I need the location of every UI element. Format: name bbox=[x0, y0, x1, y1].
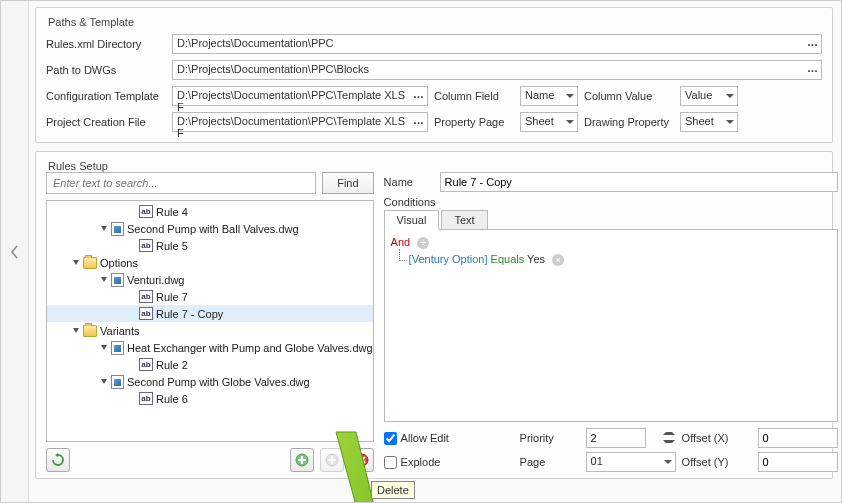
paths-template-fieldset: Paths & Template Rules.xml Directory D:\… bbox=[35, 7, 833, 143]
tree-item-label: Rule 4 bbox=[156, 206, 188, 218]
allow-edit-checkbox[interactable]: Allow Edit bbox=[384, 432, 514, 445]
spin-down-icon[interactable] bbox=[663, 440, 675, 443]
tab-text[interactable]: Text bbox=[441, 210, 487, 229]
search-input[interactable] bbox=[46, 172, 316, 194]
caret-down-icon bbox=[726, 120, 734, 124]
expander-icon[interactable] bbox=[69, 325, 81, 337]
plus-icon bbox=[295, 453, 309, 467]
dwg-file-icon bbox=[111, 273, 124, 287]
tree-item-label: Rule 2 bbox=[156, 359, 188, 371]
column-field-label: Column Field bbox=[434, 90, 514, 102]
dwg-file-icon bbox=[111, 341, 124, 355]
tree-item-label: Rule 5 bbox=[156, 240, 188, 252]
refresh-button[interactable] bbox=[46, 448, 70, 472]
expander-icon[interactable] bbox=[69, 257, 81, 269]
expander-icon[interactable] bbox=[97, 342, 109, 354]
offset-y-label: Offset (Y) bbox=[682, 456, 752, 468]
conditions-label: Conditions bbox=[384, 196, 838, 208]
column-value-combo[interactable]: Value bbox=[680, 86, 738, 106]
spin-up-icon[interactable] bbox=[663, 432, 675, 435]
rule-icon: ab bbox=[139, 392, 153, 405]
column-field-combo[interactable]: Name bbox=[520, 86, 578, 106]
delete-tooltip: Delete bbox=[371, 481, 415, 499]
copy-button[interactable] bbox=[320, 448, 344, 472]
offset-x-input[interactable] bbox=[758, 428, 838, 448]
column-value-label: Column Value bbox=[584, 90, 674, 102]
folder-icon bbox=[83, 325, 97, 337]
config-tpl-label: Configuration Template bbox=[46, 90, 166, 102]
drawing-property-label: Drawing Property bbox=[584, 116, 674, 128]
config-tpl-input[interactable]: D:\Projects\Documentation\PPC\Template X… bbox=[172, 86, 428, 106]
tree-item-label: Venturi.dwg bbox=[127, 274, 184, 286]
remove-condition-icon[interactable]: × bbox=[552, 254, 564, 266]
dwg-path-input[interactable]: D:\Projects\Documentation\PPC\Blocks bbox=[172, 60, 822, 80]
conditions-box: And + [Ventury Option] Equals Yes × bbox=[384, 230, 838, 422]
find-button[interactable]: Find bbox=[322, 172, 373, 194]
drawing-property-combo[interactable]: Sheet bbox=[680, 112, 738, 132]
tree-item[interactable]: Second Pump with Globe Valves.dwg bbox=[47, 373, 373, 390]
condition-field[interactable]: [Ventury Option] bbox=[409, 253, 488, 265]
rule-icon: ab bbox=[139, 205, 153, 218]
tree-item-label: Variants bbox=[100, 325, 140, 337]
rule-icon: ab bbox=[139, 290, 153, 303]
condition-and[interactable]: And bbox=[391, 236, 411, 248]
tree-item[interactable]: abRule 6 bbox=[47, 390, 373, 407]
priority-input[interactable] bbox=[586, 428, 646, 448]
tree-item-label: Second Pump with Globe Valves.dwg bbox=[127, 376, 310, 388]
explode-checkbox[interactable]: Explode bbox=[384, 456, 514, 469]
dwg-path-browse-icon[interactable]: … bbox=[807, 62, 818, 74]
refresh-icon bbox=[51, 453, 65, 467]
rule-name-input[interactable] bbox=[440, 172, 838, 192]
add-button[interactable] bbox=[290, 448, 314, 472]
tree-item[interactable]: Heat Exchanger with Pump and Globe Valve… bbox=[47, 339, 373, 356]
condition-operator[interactable]: Equals bbox=[491, 253, 525, 265]
paths-template-title: Paths & Template bbox=[44, 16, 138, 28]
config-tpl-browse-icon[interactable]: … bbox=[413, 88, 424, 100]
dwg-file-icon bbox=[111, 222, 124, 236]
add-condition-icon[interactable]: + bbox=[417, 237, 429, 249]
tree-item[interactable]: abRule 7 bbox=[47, 288, 373, 305]
plus-grey-icon bbox=[325, 453, 339, 467]
rule-icon: ab bbox=[139, 307, 153, 320]
tree-item[interactable]: abRule 4 bbox=[47, 203, 373, 220]
tree-item[interactable]: abRule 5 bbox=[47, 237, 373, 254]
tree-item[interactable]: Venturi.dwg bbox=[47, 271, 373, 288]
delete-button[interactable] bbox=[350, 448, 374, 472]
tree-item[interactable]: abRule 7 - Copy bbox=[47, 305, 373, 322]
tree-item[interactable]: abRule 2 bbox=[47, 356, 373, 373]
offset-x-label: Offset (X) bbox=[682, 432, 752, 444]
dwg-path-label: Path to DWGs bbox=[46, 64, 166, 76]
tree-item-label: Rule 6 bbox=[156, 393, 188, 405]
tree-item-label: Second Pump with Ball Valves.dwg bbox=[127, 223, 299, 235]
proj-file-input[interactable]: D:\Projects\Documentation\PPC\Template X… bbox=[172, 112, 428, 132]
property-page-combo[interactable]: Sheet bbox=[520, 112, 578, 132]
tree-item[interactable]: Variants bbox=[47, 322, 373, 339]
caret-down-icon bbox=[664, 460, 672, 464]
tab-visual[interactable]: Visual bbox=[384, 210, 440, 230]
tree-item-label: Rule 7 - Copy bbox=[156, 308, 223, 320]
rules-dir-input[interactable]: D:\Projects\Documentation\PPC bbox=[172, 34, 822, 54]
delete-icon bbox=[355, 453, 369, 467]
left-collapse-strip[interactable] bbox=[1, 1, 29, 502]
condition-value[interactable]: Yes bbox=[527, 253, 545, 265]
rules-tree[interactable]: abRule 4Second Pump with Ball Valves.dwg… bbox=[46, 200, 374, 442]
expander-icon[interactable] bbox=[97, 274, 109, 286]
rules-setup-fieldset: Rules Setup Find abRule 4Second Pump wit… bbox=[35, 151, 833, 479]
expander-icon[interactable] bbox=[97, 223, 109, 235]
offset-y-input[interactable] bbox=[758, 452, 838, 472]
allow-edit-check-icon[interactable] bbox=[384, 432, 397, 445]
rules-dir-label: Rules.xml Directory bbox=[46, 38, 166, 50]
explode-check-icon[interactable] bbox=[384, 456, 397, 469]
proj-file-browse-icon[interactable]: … bbox=[413, 114, 424, 126]
caret-down-icon bbox=[726, 94, 734, 98]
tree-item[interactable]: Second Pump with Ball Valves.dwg bbox=[47, 220, 373, 237]
rule-icon: ab bbox=[139, 358, 153, 371]
priority-label: Priority bbox=[520, 432, 580, 444]
chevron-left-icon bbox=[10, 245, 20, 259]
proj-file-label: Project Creation File bbox=[46, 116, 166, 128]
tree-item[interactable]: Options bbox=[47, 254, 373, 271]
page-label: Page bbox=[520, 456, 580, 468]
rules-dir-browse-icon[interactable]: … bbox=[807, 36, 818, 48]
page-combo[interactable]: 01 bbox=[586, 452, 676, 472]
expander-icon[interactable] bbox=[97, 376, 109, 388]
